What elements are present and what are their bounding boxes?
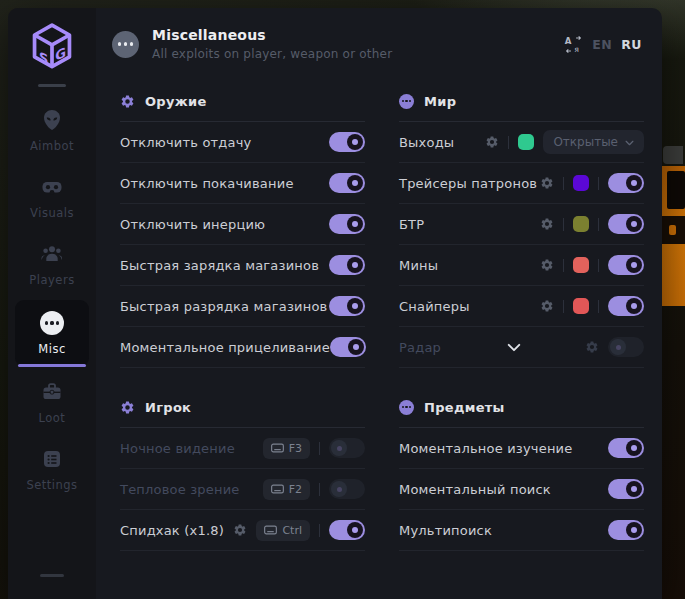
row-controls bbox=[329, 214, 365, 234]
toggle-switch[interactable] bbox=[329, 438, 365, 458]
toggle-switch[interactable] bbox=[329, 520, 365, 540]
toggle-switch[interactable] bbox=[329, 479, 365, 499]
lang-en-button[interactable]: EN bbox=[592, 37, 612, 52]
alien-icon bbox=[40, 108, 64, 132]
toggle-switch[interactable] bbox=[329, 255, 365, 275]
section-title: Предметы bbox=[424, 400, 505, 415]
row-controls: Открытые bbox=[485, 130, 644, 154]
control-divider bbox=[598, 259, 599, 272]
sidebar-item-aimbot[interactable]: Aimbot bbox=[8, 97, 96, 164]
svg-text:S: S bbox=[39, 48, 48, 67]
setting-row: Моментальное изучение bbox=[399, 428, 644, 469]
toggle-switch[interactable] bbox=[608, 438, 644, 458]
hotkey-badge[interactable]: F2 bbox=[263, 479, 310, 500]
setting-row: Выходы Открытые bbox=[399, 122, 644, 163]
sidebar-item-label: Visuals bbox=[30, 206, 74, 220]
setting-row: Быстрая зарядка магазинов bbox=[120, 245, 365, 286]
sidebar: S G Aimbot Visuals Players Misc Loot Set… bbox=[8, 8, 96, 599]
right-column: Мир Выходы Открытые Трейсеры патронов БТ… bbox=[399, 78, 644, 599]
row-controls bbox=[540, 173, 644, 193]
toggle-switch[interactable] bbox=[608, 520, 644, 540]
left-column: Оружие Отключить отдачу Отключить покачи… bbox=[120, 78, 365, 599]
gear-icon[interactable] bbox=[540, 217, 554, 231]
setting-row: Радар bbox=[399, 327, 644, 368]
sidebar-item-label: Aimbot bbox=[30, 139, 74, 153]
color-swatch[interactable] bbox=[573, 298, 589, 314]
app-window: S G Aimbot Visuals Players Misc Loot Set… bbox=[8, 8, 662, 599]
row-controls bbox=[329, 296, 365, 316]
main-panel: Miscellaneous All exploits on player, we… bbox=[96, 8, 662, 599]
lang-ru-button[interactable]: RU bbox=[621, 37, 642, 52]
setting-row: БТР bbox=[399, 204, 644, 245]
color-swatch[interactable] bbox=[573, 257, 589, 273]
row-controls bbox=[330, 337, 366, 357]
row-controls bbox=[608, 479, 644, 499]
toggle-switch[interactable] bbox=[330, 337, 366, 357]
setting-label: Быстрая разрядка магазинов bbox=[120, 299, 327, 314]
control-divider bbox=[598, 300, 599, 313]
toggle-switch[interactable] bbox=[329, 132, 365, 152]
gear-icon bbox=[120, 94, 135, 109]
toggle-switch[interactable] bbox=[608, 255, 644, 275]
toggle-switch[interactable] bbox=[608, 479, 644, 499]
sidebar-item-label: Settings bbox=[26, 478, 77, 492]
expand-chevron-icon[interactable] bbox=[507, 343, 521, 352]
hotkey-badge[interactable]: Ctrl bbox=[256, 520, 310, 541]
gear-icon[interactable] bbox=[585, 340, 599, 354]
color-swatch[interactable] bbox=[573, 175, 589, 191]
setting-row: Моментальный поиск bbox=[399, 469, 644, 510]
setting-row: Отключить покачивание bbox=[120, 163, 365, 204]
row-controls bbox=[540, 296, 644, 316]
content-area: Оружие Отключить отдачу Отключить покачи… bbox=[96, 74, 662, 599]
setting-row: Снайперы bbox=[399, 286, 644, 327]
svg-text:A: A bbox=[565, 35, 572, 45]
setting-row: Тепловое зрение F2 bbox=[120, 469, 365, 510]
setting-label: Трейсеры патронов bbox=[399, 176, 537, 191]
misc-ellipsis-icon bbox=[112, 31, 139, 58]
sidebar-item-misc[interactable]: Misc bbox=[15, 300, 89, 367]
control-divider bbox=[598, 177, 599, 190]
setting-row: Трейсеры патронов bbox=[399, 163, 644, 204]
row-controls bbox=[329, 132, 365, 152]
toggle-switch[interactable] bbox=[329, 214, 365, 234]
players-icon bbox=[40, 242, 64, 266]
sidebar-item-loot[interactable]: Loot bbox=[8, 369, 96, 436]
hotkey-badge[interactable]: F3 bbox=[263, 438, 310, 459]
sidebar-item-label: Players bbox=[29, 273, 74, 287]
section-player: Игрок Ночное видение F3 Тепловое зрение … bbox=[120, 398, 365, 551]
ellipsis-icon bbox=[40, 311, 64, 335]
setting-row: Мины bbox=[399, 245, 644, 286]
setting-row: Ночное видение F3 bbox=[120, 428, 365, 469]
page-title: Miscellaneous bbox=[152, 27, 392, 43]
ellipsis-bubble-icon bbox=[399, 400, 414, 415]
row-controls: F3 bbox=[263, 438, 365, 459]
gear-icon[interactable] bbox=[233, 523, 247, 537]
background-banner bbox=[662, 166, 685, 306]
toggle-switch[interactable] bbox=[608, 337, 644, 357]
vr-goggles-icon bbox=[40, 175, 64, 199]
sidebar-divider bbox=[38, 84, 66, 87]
dropdown-select[interactable]: Открытые bbox=[543, 130, 644, 154]
toggle-switch[interactable] bbox=[608, 173, 644, 193]
setting-label: Мультипоиск bbox=[399, 523, 492, 538]
ellipsis-bubble-icon bbox=[399, 94, 414, 109]
row-controls bbox=[329, 255, 365, 275]
toggle-switch[interactable] bbox=[329, 296, 365, 316]
setting-label: Быстрая зарядка магазинов bbox=[120, 258, 319, 273]
toggle-switch[interactable] bbox=[329, 173, 365, 193]
sidebar-item-visuals[interactable]: Visuals bbox=[8, 164, 96, 231]
color-swatch[interactable] bbox=[573, 216, 589, 232]
color-swatch[interactable] bbox=[518, 134, 534, 150]
sidebar-item-players[interactable]: Players bbox=[8, 231, 96, 298]
gear-icon[interactable] bbox=[540, 258, 554, 272]
gear-icon[interactable] bbox=[540, 176, 554, 190]
keyboard-icon bbox=[271, 443, 284, 453]
toggle-switch[interactable] bbox=[608, 296, 644, 316]
hotkey-label: Ctrl bbox=[282, 524, 302, 537]
toggle-switch[interactable] bbox=[608, 214, 644, 234]
sidebar-item-settings[interactable]: Settings bbox=[8, 436, 96, 503]
gear-icon[interactable] bbox=[485, 135, 499, 149]
section-title: Игрок bbox=[145, 400, 191, 415]
gear-icon[interactable] bbox=[540, 299, 554, 313]
page-subtitle: All exploits on player, weapon or other bbox=[152, 47, 392, 61]
